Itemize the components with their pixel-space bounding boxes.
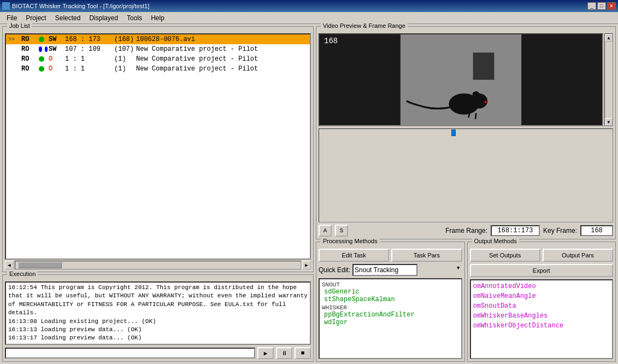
pause-button[interactable]: ⏸: [276, 347, 292, 359]
menu-file[interactable]: File: [2, 13, 21, 23]
svg-point-7: [485, 101, 487, 103]
menu-help[interactable]: Help: [146, 13, 169, 23]
row-range: 1 : 1: [65, 55, 114, 63]
key-frame-input[interactable]: [580, 225, 613, 236]
set-outputs-button[interactable]: Set Outputs: [470, 249, 540, 262]
title-bar-text: BIOTACT Whisker Tracking Tool - [T:/igor…: [12, 3, 149, 9]
video-canvas: 168: [319, 33, 603, 126]
row-type: RO: [21, 55, 38, 63]
row-status: O: [49, 65, 65, 73]
row-status: O: [49, 55, 65, 63]
output-item-2[interactable]: omSnoutData: [473, 301, 610, 311]
svg-rect-1: [473, 52, 495, 80]
row-range: 1 : 1: [65, 65, 114, 73]
output-item-0[interactable]: omAnnotatedVideo: [473, 281, 610, 291]
video-preview-box: Video Preview & Frame Range 168: [316, 26, 616, 239]
slider-thumb: [451, 130, 456, 136]
table-row[interactable]: RO O 1 : 1 (1) New Comparative project -…: [6, 64, 310, 74]
row-type: RO: [21, 65, 38, 73]
horizontal-scrollbar[interactable]: [15, 261, 301, 269]
key-frame-label: Key Frame:: [543, 227, 577, 234]
table-row[interactable]: RO O 1 : 1 (1) New Comparative project -…: [6, 54, 310, 64]
menu-project[interactable]: Project: [21, 13, 50, 23]
dot-green: [39, 66, 44, 72]
task-pars-button[interactable]: Task Pars: [391, 249, 462, 262]
row-type: RO: [21, 36, 38, 43]
stop-button[interactable]: ■: [295, 347, 311, 359]
output-item-1[interactable]: omNaiveMeanAngle: [473, 291, 610, 301]
close-button[interactable]: ✕: [607, 2, 616, 10]
scroll-thumb: [18, 262, 62, 268]
btn-s[interactable]: S: [335, 225, 348, 237]
execution-title: Execution: [7, 271, 38, 277]
job-list-content[interactable]: >> RO SW 168 : 173 (168) 100628-0076.avi: [5, 33, 311, 260]
menu-displayed[interactable]: Displayed: [85, 13, 122, 23]
row-name: 100628-0076.avi: [136, 36, 308, 43]
row-key: (1): [114, 55, 136, 63]
output-methods-box: Output Methods Set Outputs Output Pars E…: [467, 242, 616, 362]
video-hslider[interactable]: [319, 128, 613, 222]
whisker-section: WHISKER: [322, 304, 459, 311]
method-item[interactable]: stShapeSpaceKalman: [322, 296, 459, 303]
row-key: (107): [114, 45, 136, 53]
frame-range-input[interactable]: [491, 225, 540, 236]
video-controls: A S Frame Range: Key Frame:: [319, 225, 613, 237]
quick-edit-select[interactable]: Snout Tracking Whisker Tracking Full Pip…: [352, 264, 417, 276]
row-arrow: >>: [8, 37, 21, 43]
row-name: New Comparative project - Pilot: [136, 65, 308, 73]
processing-buttons: Edit Task Task Pars: [319, 249, 462, 262]
menu-tools[interactable]: Tools: [122, 13, 146, 23]
row-range: 168 : 173: [65, 36, 114, 43]
row-name: New Comparative project - Pilot: [136, 55, 308, 63]
dot-blue2: [45, 46, 48, 52]
dot-blue: [39, 46, 42, 52]
job-list-box: Job List >> RO SW 168 : 173 (168) 100628…: [2, 26, 314, 272]
log-line-3: 16:13:17 loading preview data... (OK): [8, 334, 308, 342]
method-list: SNOUT sdGeneric stShapeSpaceKalman WHISK…: [319, 278, 462, 359]
quick-edit-label: Quick Edit:: [319, 266, 350, 274]
quick-edit-select-wrap: Snout Tracking Whisker Tracking Full Pip…: [352, 264, 462, 276]
log-line-0: 16:12:54 This program is Copyright 2012.…: [8, 284, 308, 318]
row-type: RO: [21, 45, 38, 53]
row-range: 107 : 109: [65, 45, 114, 53]
title-bar: BIOTACT Whisker Tracking Tool - [T:/igor…: [0, 0, 618, 12]
btn-a[interactable]: A: [319, 225, 332, 237]
vscroll-down-btn[interactable]: ▼: [605, 118, 613, 126]
export-button[interactable]: Export: [470, 264, 614, 277]
table-row[interactable]: RO SW 107 : 109 (107) New Comparative pr…: [6, 44, 310, 54]
quick-edit-row: Quick Edit: Snout Tracking Whisker Track…: [319, 264, 462, 276]
row-key: (168): [114, 36, 136, 43]
execution-box: Execution 16:12:54 This program is Copyr…: [2, 274, 314, 362]
play-button[interactable]: ▶: [257, 347, 274, 359]
execution-log: 16:12:54 This program is Copyright 2012.…: [5, 281, 311, 345]
minimize-button[interactable]: _: [587, 2, 596, 10]
output-methods-title: Output Methods: [472, 238, 519, 244]
left-panel: Job List >> RO SW 168 : 173 (168) 100628…: [2, 26, 314, 362]
processing-methods-title: Processing Methods: [321, 238, 380, 244]
table-row[interactable]: >> RO SW 168 : 173 (168) 100628-0076.avi: [6, 34, 310, 44]
output-item-3[interactable]: omWhiskerBaseAngles: [473, 311, 610, 321]
menu-selected[interactable]: Selected: [51, 13, 85, 23]
video-vscrollbar[interactable]: ▲ ▼: [604, 33, 613, 126]
svg-point-4: [473, 91, 480, 97]
scroll-left-btn[interactable]: ◀: [5, 261, 14, 269]
bottom-methods: Processing Methods Edit Task Task Pars Q…: [316, 242, 616, 362]
method-item[interactable]: sdGeneric: [322, 288, 459, 296]
edit-task-button[interactable]: Edit Task: [319, 249, 389, 262]
vscroll-up-btn[interactable]: ▲: [605, 34, 613, 42]
app-icon: [2, 2, 10, 10]
method-item[interactable]: wdIgor: [322, 319, 459, 326]
job-list-title: Job List: [7, 22, 32, 29]
output-pars-button[interactable]: Output Pars: [543, 249, 613, 262]
export-row: Export: [470, 264, 614, 277]
output-list: omAnnotatedVideo omNaiveMeanAngle omSnou…: [470, 279, 614, 359]
method-item[interactable]: ppBgExtractionAndFilter: [322, 311, 459, 319]
exec-progress-bar: [5, 348, 255, 359]
window-controls: _ □ ✕: [587, 2, 616, 10]
menu-bar: File Project Selected Displayed Tools He…: [0, 12, 618, 24]
output-item-4[interactable]: omWhiskerObjectDistance: [473, 321, 610, 331]
row-status: SW: [49, 45, 65, 53]
svg-line-6: [475, 113, 476, 119]
maximize-button[interactable]: □: [597, 2, 606, 10]
scroll-right-btn[interactable]: ▶: [302, 261, 311, 269]
